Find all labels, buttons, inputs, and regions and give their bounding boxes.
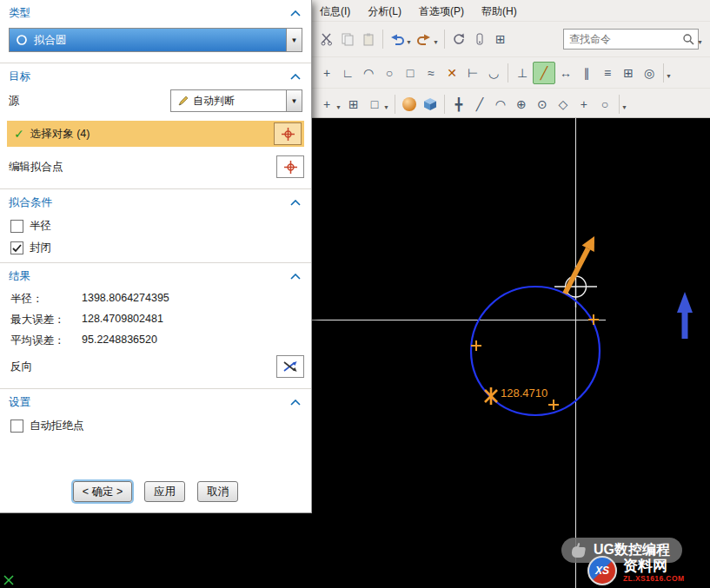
watermark-site-text: 资料网 (623, 558, 684, 575)
redo-icon[interactable] (414, 29, 435, 50)
undo-caret-icon[interactable]: ▼ (406, 39, 412, 45)
section-header-conditions[interactable]: 拟合条件 (0, 189, 311, 214)
direction-arrow[interactable] (565, 236, 594, 294)
quick-trim-icon[interactable]: ✕ (441, 63, 462, 83)
avg-error-row: 平均误差： 95.2248836520 (0, 329, 311, 350)
snap-endpoint-icon[interactable]: ⊕ (511, 94, 532, 115)
section-header-settings[interactable]: 设置 (0, 389, 311, 413)
deviation-label: 128.4710 (501, 386, 547, 400)
source-dropdown-selection: 自动判断 (171, 90, 286, 111)
edit-fit-points-button[interactable] (276, 155, 304, 178)
snap-intersection-icon[interactable]: + (574, 94, 594, 115)
snap-arc-icon[interactable]: ◠ (490, 94, 511, 115)
cut-icon[interactable] (316, 29, 337, 50)
copy-icon[interactable] (337, 29, 358, 50)
snap-quadrant-icon[interactable]: ◇ (553, 94, 574, 115)
ok-button[interactable]: < 确定 > (73, 481, 133, 502)
radius-result-row: 半径： 1398.8064274395 (0, 287, 311, 308)
extend-icon[interactable]: ⊢ (462, 63, 483, 83)
wcs-cross-icon (4, 576, 13, 585)
toolbar-divider (444, 95, 445, 114)
point-dialog-caret-icon[interactable]: ▼ (335, 104, 342, 110)
snap-options-caret-icon[interactable]: ▼ (621, 104, 627, 110)
toolbar-sketch-tools: + ∟ ◠ ○ □ ≈ ✕ ⊢ ◡ ⊥ ╱ ↔ ∥ ≡ ⊞ ◎ ▼ (311, 56, 710, 88)
undo-icon[interactable] (387, 29, 408, 50)
collapse-chevron-icon[interactable] (290, 200, 301, 206)
checkmark-icon (12, 244, 22, 253)
section-title-type: 类型 (9, 6, 30, 21)
snap-line-icon[interactable]: ╱ (469, 94, 490, 115)
touch-mode-icon[interactable] (469, 29, 490, 50)
hand-logo-icon (569, 542, 588, 559)
check-icon: ✓ (14, 127, 24, 141)
sketch-rectangle-icon[interactable]: □ (400, 63, 421, 83)
reverse-direction-button[interactable] (276, 355, 304, 378)
radius-result-value: 1398.8064274395 (82, 292, 169, 307)
collapse-chevron-icon[interactable] (290, 10, 301, 17)
toolbar-options-caret-icon[interactable]: ▼ (697, 39, 703, 45)
radius-checkbox[interactable] (10, 220, 23, 233)
menu-bar: 信息(I) 分析(L) 首选项(P) 帮助(H) (311, 0, 710, 21)
section-title-settings: 设置 (9, 395, 30, 410)
sketch-circle-icon[interactable]: ○ (379, 63, 400, 83)
edit-fit-points-label: 编辑拟合点 (9, 160, 63, 175)
auto-dimension-icon[interactable]: ╱ (533, 62, 555, 84)
menu-help[interactable]: 帮助(H) (481, 4, 517, 19)
section-header-results[interactable]: 结果 (0, 263, 311, 287)
pattern-curve-icon[interactable]: ⊞ (618, 63, 639, 83)
apply-button[interactable]: 应用 (144, 481, 185, 502)
closed-checkbox[interactable] (10, 241, 23, 254)
sketch-tools-caret-icon[interactable]: ▼ (666, 73, 672, 79)
source-dropdown[interactable]: 自动判断 ▼ (170, 89, 302, 112)
source-dropdown-arrow[interactable]: ▼ (286, 90, 302, 111)
section-header-target[interactable]: 目标 (0, 63, 311, 88)
offset-curve-icon[interactable]: ◎ (639, 63, 660, 83)
max-error-row: 最大误差： 128.4709802481 (0, 308, 311, 329)
select-object-row[interactable]: ✓ 选择对象 (4) (7, 121, 304, 147)
axis-arrow-blue[interactable] (677, 292, 693, 339)
fit-curve-dialog: 类型 拟合圆 ▼ 目标 源 自动判断 ▼ (0, 0, 312, 513)
collapse-chevron-icon[interactable] (290, 274, 301, 280)
sketch-spline-icon[interactable]: ≈ (421, 63, 441, 83)
repeat-command-icon[interactable] (448, 29, 469, 50)
point-constructor-icon (281, 127, 295, 142)
sketch-arc-icon[interactable]: ◠ (358, 63, 379, 83)
geometric-constraint-icon[interactable]: ⊥ (512, 63, 533, 83)
shaded-view-icon[interactable] (399, 94, 420, 115)
redo-caret-icon[interactable]: ▼ (433, 39, 439, 45)
pan-icon[interactable]: ╋ (448, 94, 469, 115)
point-constructor-button[interactable] (274, 122, 302, 145)
command-finder[interactable] (563, 29, 699, 50)
menu-preferences[interactable]: 首选项(P) (419, 4, 464, 19)
section-header-type[interactable]: 类型 (0, 0, 311, 24)
type-dropdown[interactable]: 拟合圆 ▼ (9, 28, 302, 52)
point-dialog-icon[interactable]: + (316, 94, 337, 115)
fillet-icon[interactable]: ◡ (483, 63, 504, 83)
source-label: 源 (9, 94, 20, 109)
snap-tangent-icon[interactable]: ○ (594, 94, 615, 115)
dialog-button-row: < 确定 > 应用 取消 (0, 481, 311, 502)
cancel-button[interactable]: 取消 (197, 481, 238, 502)
window-icon[interactable]: ⊞ (490, 29, 511, 50)
collapse-chevron-icon[interactable] (290, 400, 301, 406)
selection-rect-icon[interactable]: □ (364, 94, 385, 115)
chevron-down-icon: ▼ (291, 97, 298, 105)
mirror-curve-icon[interactable]: ≡ (597, 63, 618, 83)
sketch-point-icon[interactable]: + (316, 63, 337, 83)
snap-center-icon[interactable]: ⊙ (532, 94, 553, 115)
command-finder-input[interactable] (567, 32, 682, 46)
work-plane-icon[interactable]: ⊞ (343, 94, 364, 115)
paste-icon[interactable] (358, 29, 379, 50)
selection-rect-caret-icon[interactable]: ▼ (383, 104, 389, 110)
type-dropdown-arrow[interactable]: ▼ (286, 29, 302, 51)
auto-reject-checkbox[interactable] (10, 420, 23, 433)
sketch-profile-icon[interactable]: ∟ (337, 63, 358, 83)
menu-analysis[interactable]: 分析(L) (368, 4, 401, 19)
reverse-label: 反向 (10, 360, 32, 374)
source-row: 源 自动判断 ▼ (0, 88, 311, 114)
view-cube-icon[interactable] (420, 94, 441, 115)
dimension-icon[interactable]: ↔ (555, 63, 576, 83)
parallel-constraint-icon[interactable]: ∥ (576, 63, 597, 83)
menu-info[interactable]: 信息(I) (320, 4, 350, 19)
collapse-chevron-icon[interactable] (290, 74, 301, 80)
